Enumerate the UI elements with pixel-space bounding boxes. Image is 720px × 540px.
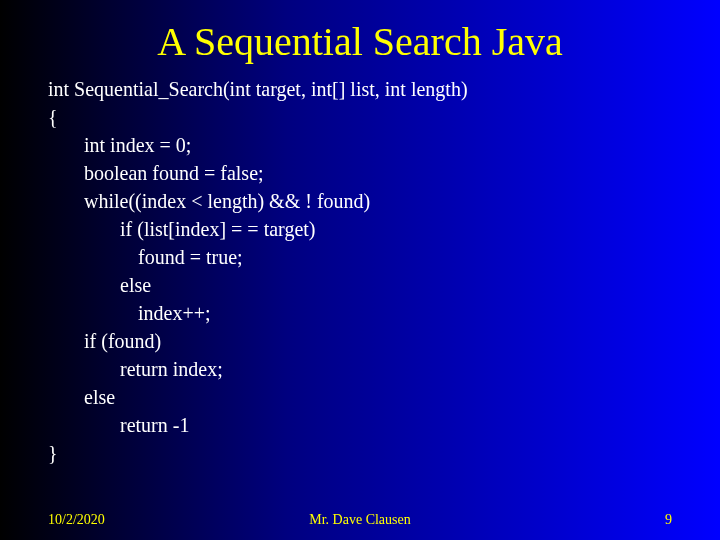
- slide-title: A Sequential Search Java: [0, 0, 720, 75]
- code-line: boolean found = false;: [48, 159, 680, 187]
- footer-date: 10/2/2020: [48, 512, 105, 528]
- code-line: index++;: [48, 299, 680, 327]
- code-line: return index;: [48, 355, 680, 383]
- slide: A Sequential Search Java int Sequential_…: [0, 0, 720, 540]
- code-close-brace: }: [48, 439, 680, 467]
- code-line: else: [48, 383, 680, 411]
- code-line: found = true;: [48, 243, 680, 271]
- code-block: int Sequential_Search(int target, int[] …: [0, 75, 720, 467]
- code-line: return -1: [48, 411, 680, 439]
- footer-page: 9: [665, 512, 672, 528]
- code-line: while((index < length) && ! found): [48, 187, 680, 215]
- footer-author: Mr. Dave Clausen: [0, 512, 720, 528]
- code-signature: int Sequential_Search(int target, int[] …: [48, 75, 680, 103]
- slide-footer: 10/2/2020 Mr. Dave Clausen 9: [0, 512, 720, 528]
- code-line: if (found): [48, 327, 680, 355]
- code-line: int index = 0;: [48, 131, 680, 159]
- code-open-brace: {: [48, 103, 680, 131]
- code-line: if (list[index] = = target): [48, 215, 680, 243]
- code-line: else: [48, 271, 680, 299]
